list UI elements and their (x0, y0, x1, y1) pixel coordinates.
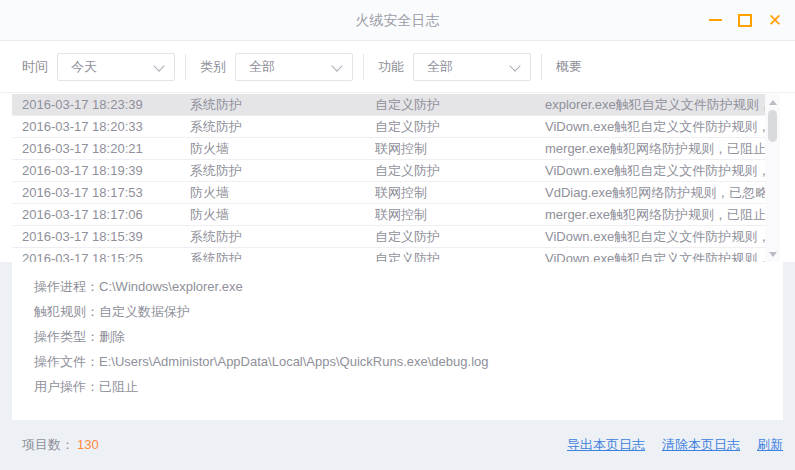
scrollbar[interactable] (765, 94, 780, 262)
cell-category: 系统防护 (190, 228, 375, 246)
detail-line: 操作类型：删除 (34, 324, 783, 349)
item-count-label: 项目数： (22, 437, 74, 452)
cell-summary: explorer.exe触犯自定义文件防护规则，已阻止 (545, 96, 765, 114)
time-filter-label: 时间 (22, 58, 48, 76)
cell-time: 2016-03-17 18:20:21 (12, 141, 190, 156)
window-title: 火绒安全日志 (0, 0, 795, 40)
filter-divider (363, 54, 364, 80)
footer: 项目数：130 导出本页日志 清除本页日志 刷新 (0, 420, 795, 470)
close-icon: ✕ (768, 12, 782, 29)
window-controls: ✕ (700, 0, 790, 40)
cell-summary: ViDown.exe触犯自定义文件防护规则，已阻止 (545, 162, 765, 180)
refresh-link[interactable]: 刷新 (757, 436, 783, 454)
scrollbar-down-button[interactable] (765, 248, 780, 260)
table-row[interactable]: 2016-03-17 18:17:06防火墙联网控制merger.exe触犯网络… (12, 204, 765, 226)
detail-label: 操作进程： (34, 279, 99, 294)
maximize-button[interactable] (730, 0, 760, 40)
cell-summary: ViDown.exe触犯自定义文件防护规则，已阻止 (545, 118, 765, 136)
function-filter-group: 功能 全部 (378, 53, 531, 81)
table-row[interactable]: 2016-03-17 18:23:39系统防护自定义防护explorer.exe… (12, 94, 765, 116)
time-filter-value: 今天 (71, 58, 97, 76)
cell-function: 自定义防护 (375, 250, 545, 264)
cell-category: 系统防护 (190, 96, 375, 114)
cell-category: 系统防护 (190, 162, 375, 180)
maximize-icon (738, 14, 752, 27)
table-row[interactable]: 2016-03-17 18:19:39系统防护自定义防护ViDown.exe触犯… (12, 160, 765, 182)
detail-label: 触犯规则： (34, 304, 99, 319)
huorong-security-log-window: 火绒安全日志 ✕ 时间 今天 类别 全部 (0, 0, 795, 470)
cell-time: 2016-03-17 18:17:53 (12, 185, 190, 200)
detail-line: 操作文件：E:\Users\Administor\AppData\Local\A… (34, 349, 783, 374)
cell-summary: VdDiag.exe触犯网络防护规则，已忽略 (545, 184, 765, 202)
summary-column-label: 概要 (556, 58, 582, 76)
function-filter-label: 功能 (378, 58, 404, 76)
detail-line: 触犯规则：自定义数据保护 (34, 299, 783, 324)
detail-value: E:\Users\Administor\AppData\Local\Apps\Q… (99, 354, 488, 369)
chevron-down-icon (153, 60, 164, 71)
chevron-down-icon (331, 60, 342, 71)
cell-summary: ViDown.exe触犯自定义文件防护规则，已阻止 (545, 228, 765, 246)
minimize-icon (709, 19, 722, 21)
detail-value: 已阻止 (99, 379, 138, 394)
cell-category: 系统防护 (190, 118, 375, 136)
chevron-down-icon (509, 60, 520, 71)
cell-function: 自定义防护 (375, 96, 545, 114)
lower-section: 操作进程：C:\Windows\explorer.exe触犯规则：自定义数据保护… (0, 262, 795, 470)
table-row[interactable]: 2016-03-17 18:17:53防火墙联网控制VdDiag.exe触犯网络… (12, 182, 765, 204)
filter-divider (541, 54, 542, 80)
table-row[interactable]: 2016-03-17 18:20:33系统防护自定义防护ViDown.exe触犯… (12, 116, 765, 138)
item-count-value: 130 (77, 437, 99, 452)
cell-time: 2016-03-17 18:17:06 (12, 207, 190, 222)
cell-time: 2016-03-17 18:15:39 (12, 229, 190, 244)
filter-divider (185, 54, 186, 80)
cell-time: 2016-03-17 18:23:39 (12, 97, 190, 112)
cell-function: 联网控制 (375, 206, 545, 224)
category-filter-value: 全部 (249, 58, 275, 76)
category-filter-label: 类别 (200, 58, 226, 76)
time-filter-select[interactable]: 今天 (57, 53, 175, 81)
arrow-up-icon (769, 100, 777, 105)
detail-value: 删除 (99, 329, 125, 344)
arrow-down-icon (769, 252, 777, 257)
category-filter-group: 类别 全部 (200, 53, 353, 81)
scrollbar-up-button[interactable] (765, 96, 780, 108)
cell-summary: merger.exe触犯网络防护规则，已阻止 (545, 206, 765, 224)
log-table: 2016-03-17 18:23:39系统防护自定义防护explorer.exe… (0, 92, 795, 263)
scrollbar-thumb[interactable] (768, 110, 777, 142)
cell-summary: ViDown.exe触犯自定义文件防护规则，已阻止 (545, 250, 765, 264)
log-table-body: 2016-03-17 18:23:39系统防护自定义防护explorer.exe… (12, 94, 765, 263)
cell-time: 2016-03-17 18:20:33 (12, 119, 190, 134)
cell-function: 自定义防护 (375, 162, 545, 180)
detail-label: 操作类型： (34, 329, 99, 344)
table-row[interactable]: 2016-03-17 18:15:25系统防护自定义防护ViDown.exe触犯… (12, 248, 765, 263)
detail-value: 自定义数据保护 (99, 304, 190, 319)
cell-function: 联网控制 (375, 140, 545, 158)
detail-label: 用户操作： (34, 379, 99, 394)
cell-function: 自定义防护 (375, 118, 545, 136)
cell-category: 防火墙 (190, 140, 375, 158)
cell-summary: merger.exe触犯网络防护规则，已阻止 (545, 140, 765, 158)
close-button[interactable]: ✕ (760, 0, 790, 40)
cell-category: 防火墙 (190, 184, 375, 202)
detail-line: 操作进程：C:\Windows\explorer.exe (34, 274, 783, 299)
category-filter-select[interactable]: 全部 (235, 53, 353, 81)
titlebar: 火绒安全日志 ✕ (0, 0, 795, 41)
function-filter-select[interactable]: 全部 (413, 53, 531, 81)
table-row[interactable]: 2016-03-17 18:15:39系统防护自定义防护ViDown.exe触犯… (12, 226, 765, 248)
cell-function: 联网控制 (375, 184, 545, 202)
time-filter-group: 时间 今天 (22, 53, 175, 81)
clear-page-log-link[interactable]: 清除本页日志 (662, 436, 740, 454)
export-page-log-link[interactable]: 导出本页日志 (567, 436, 645, 454)
cell-function: 自定义防护 (375, 228, 545, 246)
detail-panel: 操作进程：C:\Windows\explorer.exe触犯规则：自定义数据保护… (12, 262, 783, 420)
detail-value: C:\Windows\explorer.exe (99, 279, 243, 294)
footer-links: 导出本页日志 清除本页日志 刷新 (567, 436, 783, 454)
cell-time: 2016-03-17 18:19:39 (12, 163, 190, 178)
function-filter-value: 全部 (427, 58, 453, 76)
item-count: 项目数：130 (22, 436, 99, 454)
cell-category: 系统防护 (190, 250, 375, 264)
table-row[interactable]: 2016-03-17 18:20:21防火墙联网控制merger.exe触犯网络… (12, 138, 765, 160)
minimize-button[interactable] (700, 0, 730, 40)
cell-category: 防火墙 (190, 206, 375, 224)
detail-label: 操作文件： (34, 354, 99, 369)
